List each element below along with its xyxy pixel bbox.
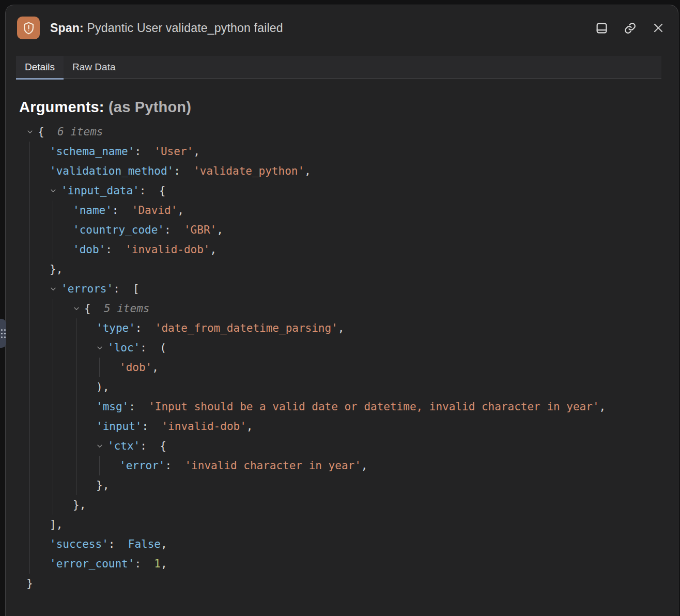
arguments-heading: Arguments: (as Python) <box>19 99 673 116</box>
code-segment-punct: : <box>174 161 193 181</box>
code-segment-punct: }, <box>50 259 63 279</box>
code-segment-key: 'validation_method' <box>50 161 174 181</box>
tree-row: 'input_data': { <box>50 181 673 201</box>
code-segment-key: 'schema_name' <box>50 142 134 161</box>
link-icon[interactable] <box>623 21 637 35</box>
code-segment-punct: : <box>142 417 162 436</box>
code-segment-str: 'validate_python' <box>193 161 304 181</box>
code-segment-punct: : <box>164 220 184 240</box>
code-segment-str: 'invalid-dob' <box>161 417 246 436</box>
code-segment-punct: } <box>26 574 33 593</box>
tree-row: 'validation_method': 'validate_python', <box>50 161 673 181</box>
header-actions <box>594 21 666 35</box>
chevron-down-icon[interactable] <box>96 344 107 351</box>
code-segment-key: 'type' <box>96 318 135 338</box>
tree-row-close: }, <box>50 259 673 279</box>
code-segment-punct: , <box>161 534 167 554</box>
tree-row: 'errors': [ <box>50 279 673 299</box>
tab-details[interactable]: Details <box>16 56 64 79</box>
tree-children: 'schema_name': 'User','validation_method… <box>29 142 673 574</box>
code-segment-punct: , <box>246 417 253 436</box>
tree-row: 'msg': 'Input should be a valid date or … <box>96 397 673 417</box>
code-segment-punct: : <box>134 142 154 161</box>
panel-resize-handle[interactable] <box>0 319 6 348</box>
code-segment-str: 'GBR' <box>184 220 217 240</box>
code-segment-str: 'Input should be a valid date or datetim… <box>148 397 599 417</box>
tree-row-close: }, <box>96 475 673 495</box>
code-segment-punct: , <box>217 220 223 240</box>
code-segment-punct: ), <box>96 377 109 397</box>
code-segment-items: 6 items <box>57 122 103 142</box>
tab-raw-data[interactable]: Raw Data <box>64 56 124 79</box>
code-segment-num: 1 <box>154 554 161 574</box>
code-segment-punct: : [ <box>113 279 140 299</box>
dock-panel-icon[interactable] <box>594 21 609 35</box>
tree-row: 'input': 'invalid-dob', <box>96 417 673 436</box>
code-segment-punct: : { <box>140 436 166 456</box>
tab-bar: Details Raw Data <box>16 56 661 79</box>
code-segment-key: 'dob' <box>73 240 105 259</box>
code-segment-punct: }, <box>96 475 109 495</box>
code-segment-punct: , <box>361 456 368 475</box>
span-kind-label: Span: <box>50 21 84 35</box>
chevron-down-icon[interactable] <box>73 305 84 312</box>
tree-row-close: ], <box>50 515 673 534</box>
code-segment-punct: , <box>193 142 200 161</box>
code-segment-str: 'date_from_datetime_parsing' <box>155 318 338 338</box>
chevron-down-icon[interactable] <box>96 442 107 450</box>
tree-row-close: } <box>26 574 673 593</box>
tree-children: 'name': 'David','country_code': 'GBR','d… <box>53 201 673 259</box>
code-segment-punct: : <box>105 240 125 259</box>
code-segment-str: 'David' <box>132 201 178 220</box>
code-segment-punct: : { <box>140 181 166 201</box>
code-segment-key: 'error_count' <box>50 554 134 574</box>
code-segment-punct: : <box>165 456 185 475</box>
tree-row: { 6 items <box>26 122 673 142</box>
grip-dots-icon <box>1 329 6 338</box>
tree-row: 'error_count': 1, <box>50 554 673 574</box>
code-segment-punct: }, <box>73 495 86 515</box>
code-segment-str: 'dob' <box>119 358 152 377</box>
tree-row: 'type': 'date_from_datetime_parsing', <box>96 318 673 338</box>
details-content: Arguments: (as Python) { 6 items'schema_… <box>6 79 678 593</box>
tree-row: 'dob': 'invalid-dob', <box>73 240 673 259</box>
tree-row: 'name': 'David', <box>73 201 673 220</box>
tree-row: 'schema_name': 'User', <box>50 142 673 161</box>
tree-row-close: ), <box>96 377 673 397</box>
chevron-down-icon[interactable] <box>26 128 38 135</box>
code-segment-key: 'country_code' <box>73 220 164 240</box>
tree-children: 'type': 'date_from_datetime_parsing','lo… <box>76 318 673 495</box>
tree-children: 'dob', <box>99 358 673 377</box>
tree-children: { 5 items'type': 'date_from_datetime_par… <box>53 299 673 515</box>
code-segment-key: 'loc' <box>107 338 140 358</box>
code-segment-punct: , <box>338 318 345 338</box>
tree-children: 'error': 'invalid character in year', <box>99 456 673 475</box>
chevron-down-icon[interactable] <box>50 187 61 194</box>
code-segment-punct: : <box>134 554 154 574</box>
tree-row: 'country_code': 'GBR', <box>73 220 673 240</box>
span-title-text: Pydantic User validate_python failed <box>87 21 283 35</box>
code-segment-punct: : <box>129 397 148 417</box>
chevron-down-icon[interactable] <box>50 285 61 292</box>
code-segment-str: 'invalid-dob' <box>125 240 210 259</box>
span-detail-panel: Span: Pydantic User validate_python fail… <box>5 5 678 616</box>
code-segment-punct: : <box>112 201 132 220</box>
code-segment-punct: ], <box>50 515 63 534</box>
code-segment-punct: { <box>84 299 104 318</box>
close-icon[interactable] <box>651 21 666 35</box>
code-segment-key: 'name' <box>73 201 112 220</box>
span-warning-shield-icon <box>17 17 40 39</box>
code-segment-punct: , <box>599 397 606 417</box>
arguments-heading-main: Arguments: <box>19 99 104 115</box>
code-segment-key: 'error' <box>119 456 165 475</box>
code-segment-items: 5 items <box>104 299 150 318</box>
code-segment-punct: { <box>38 122 57 142</box>
code-segment-key: 'success' <box>50 534 109 554</box>
code-segment-punct: : <box>109 534 128 554</box>
code-segment-punct: , <box>304 161 311 181</box>
code-segment-punct: : ( <box>140 338 166 358</box>
tree-row: 'success': False, <box>50 534 673 554</box>
code-segment-punct: : <box>135 318 155 338</box>
tree-row: 'error': 'invalid character in year', <box>119 456 673 475</box>
code-segment-key: 'msg' <box>96 397 129 417</box>
